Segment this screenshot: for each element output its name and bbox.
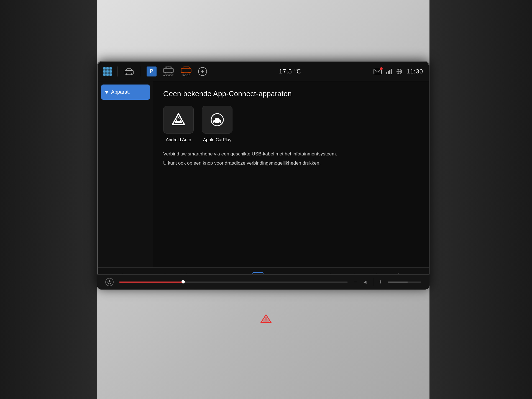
volume-right-slider[interactable] <box>388 282 421 283</box>
svg-point-5 <box>171 72 172 73</box>
sidebar-item-apparaten[interactable]: ♥ Apparat. <box>101 85 150 100</box>
dashboard-right <box>429 0 532 399</box>
plus-button[interactable]: + <box>379 278 382 286</box>
network-icon <box>396 68 403 75</box>
description-line2: U kunt ook op een knop voor draadloze ve… <box>163 159 357 167</box>
assist-button[interactable]: ASSIST <box>163 66 174 77</box>
svg-point-18 <box>214 122 216 124</box>
apple-carplay-tile[interactable]: Apple CarPlay <box>202 106 232 142</box>
volume-slider[interactable] <box>119 282 348 283</box>
svg-point-15 <box>177 118 180 121</box>
svg-point-4 <box>165 72 166 73</box>
description-line1: Verbind uw smartphone via een geschikte … <box>163 150 357 158</box>
nav-separator-1 <box>117 66 117 76</box>
temperature-display: 17.5 ℃ <box>279 68 301 75</box>
svg-point-2 <box>131 73 132 75</box>
back-button[interactable]: ◄ <box>362 279 367 285</box>
mode-label: MODE <box>182 74 191 77</box>
main-content: ♥ Apparat. Geen bekende App-Connect-appa… <box>98 81 429 267</box>
mode-button[interactable]: MODE <box>180 66 192 77</box>
android-auto-label: Android Auto <box>166 137 191 142</box>
power-button[interactable] <box>105 278 114 286</box>
nav-bar: P ASSIST <box>98 62 429 81</box>
svg-point-7 <box>182 72 184 73</box>
nav-left: P ASSIST <box>103 65 207 78</box>
android-auto-icon-box <box>163 106 194 134</box>
svg-point-8 <box>188 72 190 73</box>
sidebar: ♥ Apparat. <box>98 81 153 267</box>
apple-carplay-label: Apple CarPlay <box>203 137 231 142</box>
hazard-area <box>259 313 273 324</box>
bottom-controls-bar: − ◄ + <box>97 274 429 290</box>
content-area: Geen bekende App-Connect-apparaten <box>153 81 429 267</box>
car-button[interactable] <box>123 65 135 78</box>
svg-point-1 <box>126 73 127 75</box>
android-auto-tile[interactable]: Android Auto <box>163 106 194 142</box>
parking-button[interactable]: P <box>147 66 157 76</box>
content-title: Geen bekende App-Connect-apparaten <box>163 89 419 98</box>
signal-strength-icon <box>386 69 392 74</box>
car-background: P ASSIST <box>0 0 532 399</box>
hazard-button[interactable] <box>259 313 273 324</box>
nav-right: 11:30 <box>373 68 423 75</box>
nav-separator-2 <box>141 66 141 76</box>
dashboard-left <box>0 0 97 399</box>
svg-point-34 <box>266 321 267 322</box>
app-icons-row: Android Auto <box>163 106 419 142</box>
clock-display: 11:30 <box>406 68 423 75</box>
minus-button[interactable]: − <box>353 278 357 286</box>
message-button[interactable] <box>373 68 382 75</box>
apple-carplay-icon-box <box>202 106 232 134</box>
nav-center: 17.5 ℃ <box>207 68 373 75</box>
svg-point-19 <box>219 122 221 124</box>
assist-label: ASSIST <box>163 74 174 77</box>
sidebar-item-label: Apparat. <box>111 89 130 95</box>
home-grid-button[interactable] <box>103 67 112 76</box>
heart-icon: ♥ <box>105 89 108 95</box>
message-notification-dot <box>380 67 383 70</box>
description-block: Verbind uw smartphone via een geschikte … <box>163 150 419 167</box>
infotainment-screen: P ASSIST <box>97 61 429 288</box>
add-button[interactable]: + <box>198 67 207 76</box>
